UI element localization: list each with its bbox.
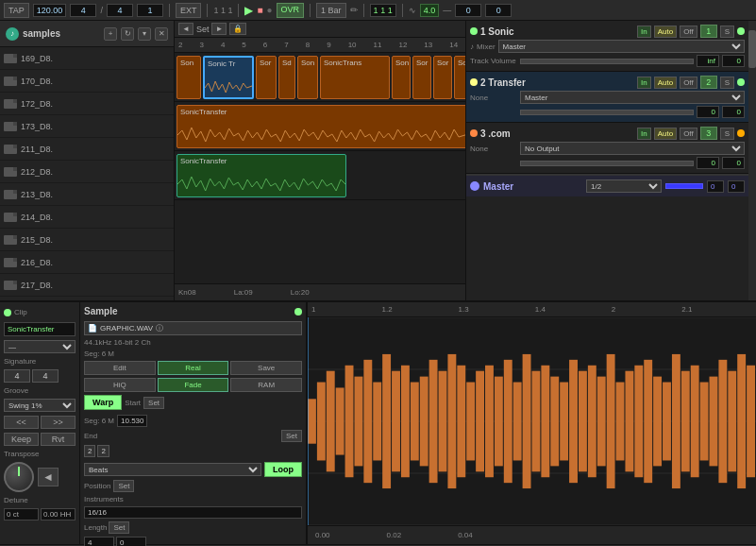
mixer-output-1[interactable]: Master: [498, 40, 745, 53]
clip-type-select[interactable]: —: [4, 340, 76, 353]
clip-block[interactable]: Sd: [278, 56, 295, 99]
s-button-1[interactable]: S: [720, 26, 734, 38]
list-item[interactable]: 216_D8.: [0, 251, 174, 274]
sample-detail-panel: Sample 📄 GRAPHIC.WAV ⓘ 44.1kHz 16-bit 2 …: [80, 302, 307, 544]
off-button-1[interactable]: Off: [680, 26, 697, 38]
z2-btn[interactable]: 2: [97, 445, 109, 457]
vol-slider-2[interactable]: [520, 110, 694, 115]
s-button-2[interactable]: S: [720, 77, 734, 89]
lock-btn[interactable]: 🔒: [229, 23, 246, 35]
edit-btn[interactable]: Edit: [84, 361, 156, 375]
detune-val2[interactable]: 0.00 HH: [41, 508, 76, 520]
list-item[interactable]: 169_D8.: [0, 47, 174, 70]
clip-block[interactable]: Son: [454, 56, 465, 99]
ext-button[interactable]: EXT: [176, 3, 202, 18]
list-item[interactable]: 173_D8.: [0, 115, 174, 138]
rvt-btn[interactable]: Rvt: [41, 433, 76, 446]
record-button[interactable]: ●: [267, 5, 273, 15]
off-button-3[interactable]: Off: [680, 128, 697, 140]
master-vol-slider[interactable]: [665, 183, 703, 189]
clip-block[interactable]: Sor: [412, 56, 431, 99]
ff-btn[interactable]: >>: [41, 416, 76, 429]
mixer-output-2[interactable]: Master: [520, 91, 745, 104]
position-set-btn[interactable]: Set: [113, 480, 134, 492]
keep-btn[interactable]: Keep: [4, 433, 39, 446]
in-button-1[interactable]: In: [637, 26, 651, 38]
beats-val[interactable]: 4: [84, 537, 114, 546]
list-item[interactable]: 214_D8.: [0, 206, 174, 229]
z1-btn[interactable]: 2: [84, 445, 95, 457]
s-button-3[interactable]: S: [720, 128, 734, 140]
warp-button[interactable]: Warp: [84, 395, 122, 410]
ram-btn[interactable]: RAM: [230, 378, 302, 392]
off-button-2[interactable]: Off: [680, 77, 697, 89]
sig-den[interactable]: 4: [32, 369, 59, 383]
hiq-btn[interactable]: HiQ: [84, 378, 156, 392]
clip-block[interactable]: Son: [176, 56, 201, 99]
master-output[interactable]: 1/2: [586, 179, 662, 193]
ovr-button[interactable]: OVR: [277, 3, 305, 18]
loop-button[interactable]: Loop: [264, 462, 302, 477]
detune-val1[interactable]: 0 ct: [4, 508, 39, 520]
clip-block[interactable]: SonicTransfer: [176, 154, 346, 197]
bpm-display[interactable]: 120.00: [33, 4, 67, 17]
rewind-btn[interactable]: <<: [4, 416, 39, 429]
transpose-knob[interactable]: [4, 462, 34, 492]
auto-button-1[interactable]: Auto: [654, 26, 677, 38]
timesig-den[interactable]: 4: [107, 4, 133, 17]
vol-val-2: 0: [697, 106, 719, 118]
v-scrollbar[interactable]: [748, 21, 756, 300]
clip-block[interactable]: Sor: [256, 56, 277, 99]
track-dot-3: [470, 129, 478, 137]
list-item[interactable]: 170_D8.: [0, 70, 174, 93]
clip-block[interactable]: Son: [392, 56, 411, 99]
timesig-num[interactable]: 4: [70, 4, 96, 17]
prev-btn[interactable]: ◄: [178, 23, 193, 35]
in-button-2[interactable]: In: [637, 77, 651, 89]
list-item[interactable]: 172_D8.: [0, 93, 174, 115]
mode-select[interactable]: Beats: [84, 463, 261, 476]
sig-num[interactable]: 4: [4, 369, 30, 383]
list-item[interactable]: 215_D8.: [0, 229, 174, 251]
real-btn[interactable]: Real: [158, 361, 229, 375]
start-set-btn[interactable]: Set: [143, 397, 164, 409]
save-btn[interactable]: Save: [230, 361, 302, 375]
next-btn[interactable]: ►: [211, 23, 227, 35]
list-item[interactable]: 213_D8.: [0, 183, 174, 206]
groove-select[interactable]: Swing 1%: [4, 399, 76, 412]
vol-slider-3[interactable]: [520, 161, 694, 166]
sidebar-menu-btn[interactable]: ▾: [138, 27, 151, 41]
clip-block[interactable]: SonicTrans: [320, 56, 390, 99]
auto-button-2[interactable]: Auto: [654, 77, 677, 89]
list-item[interactable]: 212_D8.: [0, 161, 174, 183]
scrollbar-thumb[interactable]: [748, 30, 756, 68]
beats-val2[interactable]: 0: [116, 537, 146, 546]
list-item[interactable]: 217_D8.: [0, 274, 174, 297]
clip-block[interactable]: SonicTransfer: [176, 105, 465, 148]
list-item[interactable]: 218_D8.: [0, 297, 174, 300]
length-set-btn[interactable]: Set: [109, 521, 129, 534]
in-button-3[interactable]: In: [637, 128, 651, 140]
instruments-val[interactable]: 16/16: [84, 506, 302, 519]
auto-button-3[interactable]: Auto: [654, 128, 677, 140]
start-val[interactable]: 10.530: [117, 415, 147, 427]
arrangement-track-3: SonicTransfer: [175, 151, 465, 200]
mixer-output-3[interactable]: No Output: [520, 142, 745, 155]
play-button[interactable]: ▶: [244, 4, 253, 17]
stop-button[interactable]: ■: [257, 5, 262, 15]
sidebar-close-btn[interactable]: ✕: [155, 27, 168, 41]
fade-btn[interactable]: Fade: [158, 378, 229, 392]
list-item[interactable]: 211_D8.: [0, 138, 174, 161]
sidebar-add-btn[interactable]: +: [104, 27, 117, 41]
sidebar-search-btn[interactable]: ↻: [121, 27, 134, 41]
waveform-bottom-ruler: 0.00 0.02 0.04: [308, 525, 756, 544]
bar-button[interactable]: 1 Bar: [316, 3, 346, 18]
clip-name[interactable]: SonicTransfer: [4, 322, 76, 336]
transpose-down-btn[interactable]: ◄: [38, 468, 59, 486]
clip-block[interactable]: Sor: [433, 56, 452, 99]
vol-slider-1[interactable]: [520, 59, 694, 64]
end-set-btn[interactable]: Set: [281, 430, 302, 442]
clip-block[interactable]: Son: [297, 56, 318, 99]
clip-block-selected[interactable]: Sonic Tr: [203, 56, 254, 99]
tap-button[interactable]: TAP: [4, 3, 29, 18]
